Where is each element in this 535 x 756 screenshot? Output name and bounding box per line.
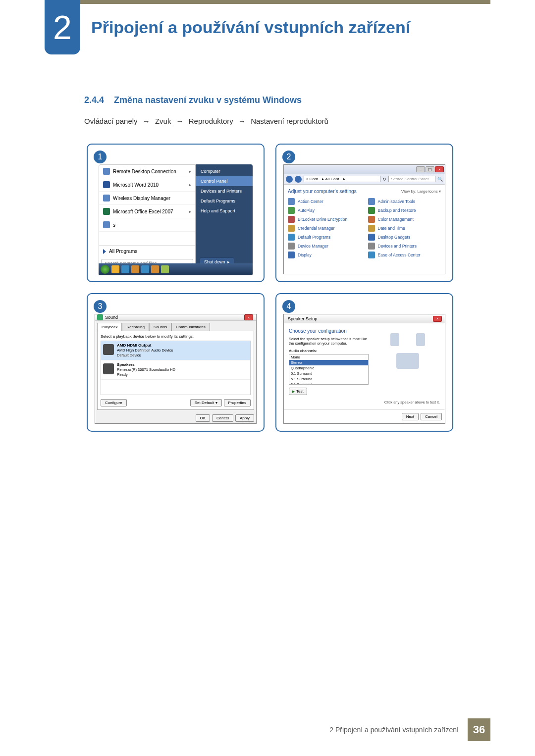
taskbar-icon[interactable] — [151, 265, 159, 273]
device-text: SpeakersRenesas(R) 30071 Soundaudio HDRe… — [117, 362, 175, 377]
chapter-title: Připojení a používání vstupních zařízení — [91, 0, 410, 54]
arrow-icon: → — [238, 117, 246, 125]
sound-tab[interactable]: Playback — [97, 323, 122, 331]
cp-item[interactable]: Action Center — [288, 198, 361, 205]
dialog-footer: Next Cancel — [284, 409, 445, 423]
speaker-left-panel: Choose your configuration Select the spe… — [289, 328, 369, 404]
section-number: 2.4.4 — [84, 95, 104, 105]
cp-item[interactable]: Default Programs — [288, 234, 361, 241]
channels-list[interactable]: MonoStereoQuadraphonic5.1 Surround5.1 Su… — [289, 354, 369, 385]
nav-back-icon[interactable] — [286, 176, 293, 183]
minimize-button[interactable]: – — [416, 166, 425, 172]
properties-button[interactable]: Properties — [224, 399, 251, 406]
device-icon — [103, 363, 114, 374]
start-right-item[interactable]: Control Panel — [196, 176, 253, 186]
channel-option[interactable]: Mono — [289, 354, 368, 360]
sound-tab[interactable]: Sounds — [149, 323, 171, 331]
all-programs[interactable]: All Programs — [99, 245, 195, 257]
submenu-arrow-icon: ▸ — [189, 209, 191, 214]
start-item-label: Microsoft Office Excel 2007 — [113, 209, 173, 214]
refresh-icon[interactable]: ↻ — [382, 177, 386, 182]
cp-item[interactable]: Administrative Tools — [368, 198, 441, 205]
start-menu-item[interactable]: Wireless Display Manager — [99, 192, 195, 205]
titlebar: Speaker Setup × — [284, 314, 445, 323]
cp-item[interactable]: Desktop Gadgets — [368, 234, 441, 241]
cp-item[interactable]: Credential Manager — [288, 225, 361, 232]
channel-option[interactable]: 5.1 Surround — [289, 371, 368, 376]
start-menu-item[interactable]: Microsoft Word 2010▸ — [99, 178, 195, 192]
sound-tab[interactable]: Recording — [122, 323, 149, 331]
cp-icon — [288, 198, 295, 205]
maximize-button[interactable]: ▢ — [426, 166, 434, 172]
speaker-icon-right[interactable] — [416, 333, 425, 346]
channel-option[interactable]: Quadraphonic — [289, 365, 368, 371]
config-desc: Select the speaker setup below that is m… — [289, 337, 369, 346]
taskbar-icon[interactable] — [121, 265, 129, 273]
start-right-item[interactable]: Default Programs — [196, 196, 253, 206]
cp-icon — [288, 252, 295, 258]
channel-option[interactable]: 5.1 Surround — [289, 376, 368, 382]
cp-heading: Adjust your computer's settings — [288, 189, 357, 194]
cp-item[interactable]: Devices and Printers — [368, 243, 441, 250]
cp-item[interactable]: BitLocker Drive Encryption — [288, 216, 361, 223]
taskbar-icon[interactable] — [131, 265, 139, 273]
cancel-button[interactable]: Cancel — [212, 414, 233, 422]
ok-button[interactable]: OK — [196, 414, 211, 422]
start-right-item[interactable]: Help and Support — [196, 206, 253, 216]
cp-item-label: Administrative Tools — [378, 199, 415, 204]
configure-button[interactable]: Configure — [101, 399, 127, 406]
addr-segment: « Cont... ▸ — [306, 177, 324, 181]
cp-item[interactable]: Device Manager — [288, 243, 361, 250]
playback-device-list[interactable]: AMD HDMI OutputAMD High Definition Audio… — [101, 341, 251, 395]
playback-device[interactable]: AMD HDMI OutputAMD High Definition Audio… — [101, 341, 250, 360]
search-icon[interactable]: 🔍 — [437, 177, 443, 182]
cp-item[interactable]: Ease of Access Center — [368, 252, 441, 258]
dialog-footer: OK Cancel Apply — [95, 412, 256, 424]
page-number: 36 — [468, 718, 490, 741]
cp-item[interactable]: Color Management — [368, 216, 441, 223]
apply-button[interactable]: Apply — [235, 414, 254, 422]
close-button[interactable]: × — [244, 314, 253, 320]
config-header: Choose your configuration — [289, 328, 369, 334]
cp-item[interactable]: Display — [288, 252, 361, 258]
test-button[interactable]: Test — [289, 388, 307, 395]
speaker-icon-left[interactable] — [390, 333, 399, 346]
channel-option[interactable]: 5.1 Surround — [289, 382, 368, 385]
cp-item[interactable]: Backup and Restore — [368, 207, 441, 214]
start-menu-item[interactable]: Microsoft Office Excel 2007▸ — [99, 205, 195, 218]
next-button[interactable]: Next — [402, 413, 419, 420]
cp-item[interactable]: Date and Time — [368, 225, 441, 232]
cancel-button[interactable]: Cancel — [421, 413, 442, 420]
cp-item-label: BitLocker Drive Encryption — [298, 217, 347, 222]
close-button[interactable]: × — [433, 316, 442, 322]
start-menu-item[interactable]: s — [99, 218, 195, 232]
speaker-setup-window: Speaker Setup × Choose your configuratio… — [283, 314, 445, 424]
channel-option[interactable]: Stereo — [289, 360, 368, 365]
playback-device[interactable]: SpeakersRenesas(R) 30071 Soundaudio HDRe… — [101, 360, 250, 380]
start-right-item[interactable]: Devices and Printers — [196, 186, 253, 196]
set-default-button[interactable]: Set Default ▾ — [190, 399, 222, 406]
start-right-item[interactable]: Computer — [196, 166, 253, 176]
taskbar-icon[interactable] — [141, 265, 149, 273]
breadcrumb-item: Zvuk — [155, 117, 171, 125]
start-orb-icon[interactable] — [101, 265, 109, 274]
breadcrumb: Ovládací panely → Zvuk → Reproduktory → … — [84, 117, 328, 125]
view-by[interactable]: View by: Large icons ▾ — [401, 189, 441, 194]
cp-icon — [288, 234, 295, 241]
taskbar-icon[interactable] — [161, 265, 169, 273]
taskbar-icon[interactable] — [111, 265, 119, 273]
cp-icon — [368, 252, 375, 258]
close-button[interactable]: × — [435, 166, 444, 172]
cp-icon — [288, 225, 295, 232]
sound-window: Sound × PlaybackRecordingSoundsCommunica… — [95, 314, 257, 424]
start-menu-item[interactable]: Remote Desktop Connection▸ — [99, 165, 195, 178]
nav-forward-icon[interactable] — [295, 176, 302, 183]
subwoofer-icon[interactable] — [396, 353, 419, 369]
device-text: AMD HDMI OutputAMD High Definition Audio… — [117, 343, 173, 358]
start-menu-right: ComputerControl PanelDevices and Printer… — [196, 164, 253, 270]
page-footer: 2 Připojení a používání vstupních zaříze… — [329, 718, 490, 741]
sound-tab[interactable]: Communications — [171, 323, 210, 331]
cp-item[interactable]: AutoPlay — [288, 207, 361, 214]
search-field[interactable]: Search Control Panel — [388, 176, 435, 182]
address-field[interactable]: « Cont... ▸ All Cont... ▸ — [304, 176, 380, 182]
